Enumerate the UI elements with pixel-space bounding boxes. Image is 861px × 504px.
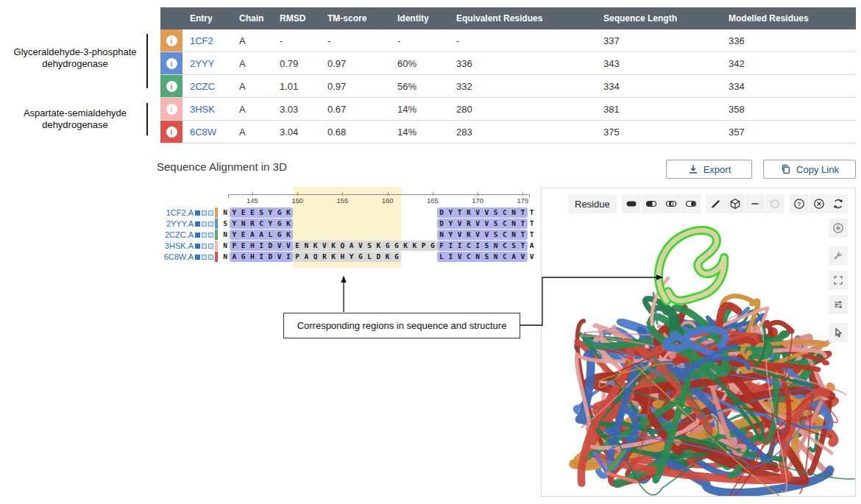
residue-cell[interactable]: Y — [230, 230, 238, 240]
residue-cell[interactable]: N — [302, 241, 311, 251]
residue-cell[interactable]: P — [419, 241, 428, 251]
controls-toggle-button[interactable] — [829, 246, 848, 266]
residue-cell[interactable]: S — [221, 219, 230, 229]
structure-3d-canvas[interactable] — [542, 188, 855, 496]
entry-link-6C8W[interactable]: 6C8W — [190, 127, 216, 138]
residue-cell[interactable]: E — [239, 207, 248, 218]
residue-cell[interactable]: K — [410, 241, 419, 251]
sequence-row-label-6C8W.A[interactable]: 6C8W.A — [155, 252, 213, 262]
selection-mode-button[interactable] — [829, 323, 848, 342]
sequence-row-label-1CF2.A[interactable]: 1CF2.A — [155, 207, 213, 218]
residue-cell[interactable]: P — [230, 241, 238, 251]
residue-cell[interactable]: Y — [230, 219, 238, 229]
residue-cell[interactable]: N — [509, 219, 518, 229]
residue-cell[interactable]: G — [392, 241, 401, 251]
residue-cell[interactable]: K — [284, 207, 293, 218]
residue-cell[interactable]: G — [275, 207, 284, 218]
row-toggle-square-3[interactable] — [208, 233, 213, 238]
residue-cell[interactable]: E — [248, 207, 257, 218]
residue-cell[interactable]: L — [365, 252, 374, 262]
residue-cell[interactable]: V — [275, 252, 284, 262]
residue-cell[interactable]: S — [482, 241, 491, 251]
residue-cell[interactable]: N — [221, 207, 230, 218]
residue-cell[interactable]: V — [284, 241, 293, 251]
row-toggle-square-1[interactable] — [195, 244, 200, 249]
residue-cell[interactable]: T — [528, 207, 536, 218]
residue-cell[interactable]: A — [230, 252, 238, 262]
row-color-badge[interactable]: i — [160, 98, 183, 120]
row-toggle-square-2[interactable] — [202, 221, 207, 227]
row-toggle-square-3[interactable] — [208, 244, 213, 249]
residue-cell[interactable]: G — [428, 241, 437, 251]
residue-cell[interactable]: C — [500, 252, 509, 262]
residue-cell[interactable]: N — [221, 252, 230, 262]
row-toggle-square-2[interactable] — [202, 255, 207, 260]
residue-cell[interactable]: N — [473, 252, 482, 262]
residue-cell[interactable]: N — [509, 207, 518, 218]
residue-cell[interactable]: Q — [311, 252, 320, 262]
entry-link-2CZC[interactable]: 2CZC — [190, 81, 215, 92]
residue-cell[interactable]: Y — [230, 207, 238, 218]
residue-cell[interactable]: R — [464, 219, 473, 229]
row-toggle-square-3[interactable] — [208, 255, 213, 260]
row-toggle-square-1[interactable] — [195, 255, 200, 260]
residue-cell[interactable]: C — [500, 241, 509, 251]
residue-cell[interactable]: C — [500, 219, 509, 229]
row-color-badge[interactable]: i — [160, 121, 183, 143]
residue-cell[interactable]: V — [482, 207, 491, 218]
residue-cell[interactable]: E — [239, 230, 248, 240]
residue-cell[interactable]: T — [518, 241, 527, 251]
residue-cell[interactable]: H — [248, 252, 257, 262]
residue-cell[interactable]: I — [257, 241, 266, 251]
residue-cell[interactable]: C — [500, 207, 509, 218]
residue-cell[interactable]: R — [464, 230, 473, 240]
residue-cell[interactable]: V — [456, 219, 464, 229]
residue-cell[interactable]: V — [482, 230, 491, 240]
residue-cell[interactable]: D — [266, 252, 274, 262]
residue-cell[interactable]: C — [500, 230, 509, 240]
residue-cell[interactable]: D — [374, 252, 383, 262]
residue-cell[interactable]: K — [401, 241, 410, 251]
representation-button[interactable] — [726, 194, 745, 213]
residue-cell[interactable]: H — [248, 241, 257, 251]
residue-cell[interactable]: S — [492, 230, 500, 240]
residue-cell[interactable]: T — [518, 207, 527, 218]
residue-cell[interactable]: V — [528, 252, 536, 262]
residue-cell[interactable]: V — [275, 241, 284, 251]
row-toggle-square-2[interactable] — [202, 210, 207, 216]
row-color-badge[interactable]: i — [160, 75, 183, 97]
visibility-left-toggle[interactable] — [642, 194, 661, 213]
settings-button[interactable] — [829, 295, 848, 314]
help-button[interactable]: ? — [790, 194, 809, 213]
residue-cell[interactable]: T — [518, 230, 527, 240]
residue-cell[interactable]: V — [456, 230, 464, 240]
residue-cell[interactable]: C — [464, 241, 473, 251]
remove-button[interactable] — [745, 194, 765, 213]
granularity-select[interactable]: Residue — [568, 194, 617, 213]
residue-cell[interactable]: K — [329, 252, 338, 262]
residue-cell[interactable]: K — [374, 241, 383, 251]
residue-cell[interactable]: V — [356, 241, 365, 251]
residue-cell[interactable]: A — [347, 241, 356, 251]
residue-cell[interactable]: A — [509, 252, 518, 262]
residue-cell[interactable]: N — [221, 230, 230, 240]
residue-cell[interactable]: A — [528, 241, 536, 251]
residue-cell[interactable]: I — [446, 241, 455, 251]
residue-cell[interactable]: T — [456, 207, 464, 218]
residue-cell[interactable]: E — [293, 241, 302, 251]
residue-cell[interactable]: C — [464, 252, 473, 262]
copy-link-button[interactable]: Copy Link — [763, 160, 856, 179]
residue-cell[interactable]: I — [257, 252, 266, 262]
residue-cell[interactable]: Q — [338, 241, 347, 251]
residue-cell[interactable]: V — [473, 207, 482, 218]
residue-cell[interactable]: T — [518, 219, 527, 229]
residue-cell[interactable]: D — [266, 241, 274, 251]
residue-cell[interactable]: G — [356, 252, 365, 262]
residue-cell[interactable]: C — [257, 219, 266, 229]
residue-cell[interactable]: D — [437, 219, 446, 229]
residue-cell[interactable]: G — [383, 241, 392, 251]
residue-cell[interactable]: Y — [446, 230, 455, 240]
residue-cell[interactable]: V — [518, 252, 527, 262]
residue-cell[interactable]: Y — [347, 252, 356, 262]
residue-cell[interactable]: S — [365, 241, 374, 251]
